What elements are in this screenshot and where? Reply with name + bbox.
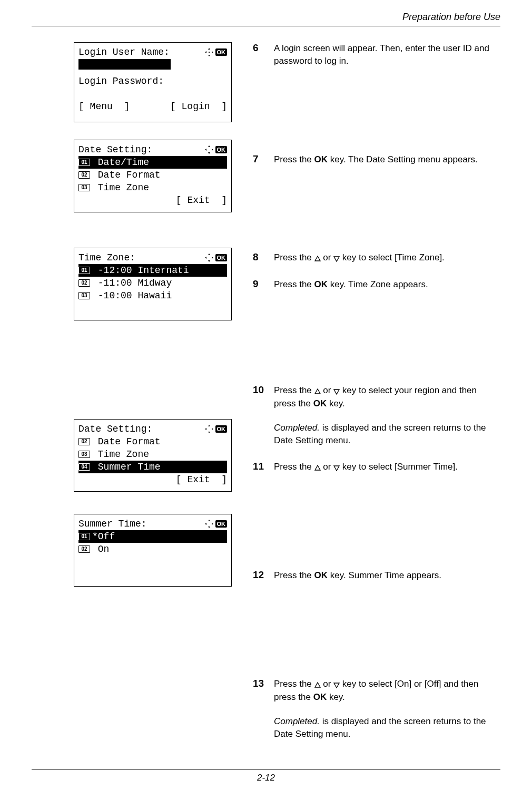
down-arrow-icon	[333, 678, 340, 691]
nav-indicator: OK	[205, 425, 228, 433]
step-text: Press the or key to select [Time Zone].	[274, 251, 445, 265]
step-number: 7	[253, 153, 267, 165]
login-softkey[interactable]: [ Login ]	[170, 100, 227, 113]
ok-icon: OK	[215, 48, 228, 56]
up-arrow-icon	[314, 385, 321, 397]
down-arrow-icon	[333, 252, 340, 265]
ok-icon: OK	[215, 146, 228, 153]
lcd-date-setting-2: Date Setting: OK 02 Date Format 03 Time …	[74, 419, 232, 492]
dpad-icon	[205, 520, 213, 528]
menu-item-on[interactable]: 02 On	[78, 543, 227, 556]
step-text: Press the or key to select [Summer Time]…	[274, 461, 458, 474]
ok-icon: OK	[215, 520, 228, 528]
nav-indicator: OK	[205, 520, 228, 528]
menu-softkey[interactable]: [ Menu ]	[78, 100, 130, 113]
ok-icon: OK	[215, 254, 228, 261]
step-number: 12	[253, 569, 267, 581]
up-arrow-icon	[314, 678, 321, 691]
step-text: Press the OK key. Summer Time appears.	[274, 569, 441, 582]
step-number: 6	[253, 42, 267, 54]
menu-item-tz-11[interactable]: 02 -11:00 Midway	[78, 277, 227, 289]
nav-indicator: OK	[205, 254, 228, 262]
step-text: Press the or key to select [On] or [Off]…	[274, 678, 500, 740]
lcd-password-label: Login Password:	[78, 75, 227, 87]
menu-item-date-time[interactable]: 01 Date/Time	[78, 156, 227, 169]
lcd-date-setting-1: Date Setting: OK 01 Date/Time 02 Date Fo…	[74, 140, 232, 212]
step-text: Press the or key to select your region a…	[274, 384, 500, 447]
svg-rect-0	[209, 52, 210, 53]
menu-item-time-zone[interactable]: 03 Time Zone	[78, 448, 227, 461]
lcd-time-zone: Time Zone: OK 01 -12:00 Internati 02 -11…	[74, 248, 232, 320]
dpad-icon	[205, 48, 213, 56]
step-text: Press the OK key. Time Zone appears.	[274, 278, 428, 291]
menu-item-tz-12[interactable]: 01 -12:00 Internati	[78, 264, 227, 277]
menu-item-summer-time[interactable]: 04 Summer Time	[78, 461, 227, 473]
lcd-login: Login User Name: OK Login Password: [ Me…	[74, 42, 232, 122]
ok-icon: OK	[215, 425, 228, 433]
page-header: Preparation before Use	[32, 12, 500, 26]
lcd-title: Time Zone:	[78, 251, 135, 264]
lcd-title: Summer Time:	[78, 518, 147, 530]
lcd-summer-time: Summer Time: OK 01*Off 02 On	[74, 514, 232, 587]
page-number: 2-12	[32, 769, 500, 783]
step-number: 10	[253, 384, 267, 396]
menu-item-date-format[interactable]: 02 Date Format	[78, 169, 227, 181]
menu-item-off[interactable]: 01*Off	[78, 530, 227, 543]
step-number: 8	[253, 251, 267, 263]
step-number: 9	[253, 278, 267, 290]
input-cursor-strip	[78, 59, 171, 70]
step-number: 11	[253, 461, 267, 472]
dpad-icon	[205, 254, 213, 262]
up-arrow-icon	[314, 252, 321, 265]
menu-item-time-zone[interactable]: 03 Time Zone	[78, 181, 227, 194]
exit-softkey[interactable]: [ Exit ]	[176, 473, 227, 486]
up-arrow-icon	[314, 461, 321, 474]
step-text: Press the OK key. The Date Setting menu …	[274, 153, 478, 166]
down-arrow-icon	[333, 461, 340, 474]
menu-item-tz-10[interactable]: 03 -10:00 Hawaii	[78, 289, 227, 302]
nav-indicator: OK	[205, 145, 228, 154]
lcd-title: Login User Name:	[78, 46, 170, 59]
step-text: A login screen will appear. Then, enter …	[274, 42, 500, 67]
nav-indicator: OK	[205, 48, 228, 56]
exit-softkey[interactable]: [ Exit ]	[176, 194, 227, 207]
step-number: 13	[253, 678, 267, 689]
down-arrow-icon	[333, 385, 340, 397]
lcd-title: Date Setting:	[78, 423, 152, 435]
menu-item-date-format[interactable]: 02 Date Format	[78, 435, 227, 448]
lcd-title: Date Setting:	[78, 143, 152, 156]
dpad-icon	[205, 425, 213, 433]
dpad-icon	[205, 145, 213, 154]
